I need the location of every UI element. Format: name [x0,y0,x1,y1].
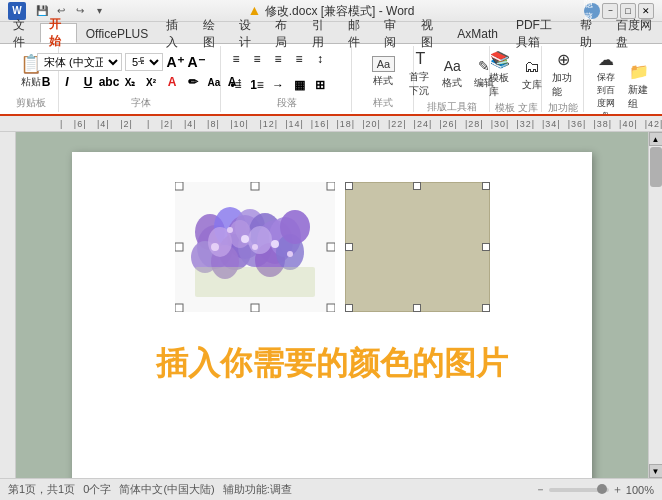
increase-font-btn[interactable]: A⁺ [166,53,184,71]
svg-point-15 [280,210,310,244]
images-container [112,182,552,312]
tab-insert[interactable]: 插入 [157,23,193,43]
handle-ml[interactable] [345,243,353,251]
strikethrough-btn[interactable]: abc [100,73,118,91]
dropcap-btn[interactable]: T 首字下沉 [405,48,435,100]
zoom-level: 100% [626,484,654,496]
border-btn[interactable]: ⊞ [311,76,329,94]
clear-format-btn[interactable]: Aa [205,73,223,91]
decrease-font-btn[interactable]: A⁻ [187,53,205,71]
addons-btn[interactable]: ⊕ 加功能 [548,48,579,101]
tab-pdf[interactable]: PDF工具箱 [507,23,571,43]
paragraph-content: ≡ ≡ ≡ ≡ ↕ •≡ 1≡ → ▦ ⊞ [227,48,347,96]
numbering-btn[interactable]: 1≡ [248,76,266,94]
svg-rect-26 [175,182,183,190]
handle-mr[interactable] [482,243,490,251]
accessibility-info[interactable]: 辅助功能:调查 [223,482,292,497]
tab-view[interactable]: 视图 [412,23,448,43]
template-lib-btn[interactable]: 📚 模板库 [485,48,515,101]
addons-content: ⊕ 加功能 [548,48,579,101]
svg-point-22 [252,244,258,250]
svg-rect-29 [175,243,183,251]
horizontal-ruler: | |6| |4| |2| | |2| |4| |8| |10| |12| |1… [0,116,662,132]
save-to-label: 保存到百度网盘 [594,71,618,116]
scroll-down-btn[interactable]: ▼ [649,464,663,478]
styles-btn[interactable]: Aa 样式 [368,54,399,90]
handle-br[interactable] [482,304,490,312]
font-color-btn[interactable]: A [163,73,181,91]
vertical-scrollbar[interactable]: ▲ ▼ [648,132,662,478]
indent-btn[interactable]: → [269,76,287,94]
tab-draw[interactable]: 绘图 [194,23,230,43]
new-group-btn[interactable]: 📁 新建组 [624,60,654,113]
save-to-baidu-btn[interactable]: ☁ 保存到百度网盘 [590,48,622,116]
zoom-bar: － ＋ 100% [535,482,654,497]
svg-rect-25 [195,267,315,297]
flower-svg [175,182,335,312]
underline-btn[interactable]: U [79,73,97,91]
svg-point-21 [241,235,249,243]
zoom-in-btn[interactable]: ＋ [612,482,623,497]
tab-mail[interactable]: 邮件 [339,23,375,43]
ribbon-content: 📋 粘贴 剪贴板 宋体 (中文正文) 5号 A⁺ A⁻ [0,44,662,116]
bullets-btn[interactable]: •≡ [227,76,245,94]
tab-officeplus[interactable]: OfficePLUS [77,23,157,43]
tab-baidu[interactable]: 百度网盘 [607,23,662,43]
paragraph-group: ≡ ≡ ≡ ≡ ↕ •≡ 1≡ → ▦ ⊞ 段落 [223,46,352,112]
document-scroll-area[interactable]: 插入你需要的颜色的图片 [16,132,648,478]
scroll-track[interactable] [649,146,663,464]
status-left: 第1页，共1页 0个字 简体中文(中国大陆) 辅助功能:调查 [8,482,292,497]
handle-bl[interactable] [345,304,353,312]
title-text: 修改.docx [兼容模式] - Word [265,4,415,18]
svg-point-19 [211,243,219,251]
font-controls: 宋体 (中文正文) 5号 A⁺ A⁻ B I U abc X₂ X² A [35,51,246,93]
tab-layout[interactable]: 布局 [266,23,302,43]
zoom-thumb[interactable] [597,484,607,494]
zoom-out-btn[interactable]: － [535,482,546,497]
tab-axmath[interactable]: AxMath [448,23,507,43]
svg-point-18 [248,226,272,254]
handle-tl[interactable] [345,182,353,190]
flower-image[interactable] [175,182,335,312]
highlight-btn[interactable]: ✏ [184,73,202,91]
line-spacing-btn[interactable]: ↕ [311,50,329,68]
color-box[interactable] [345,182,490,312]
font-row1: 宋体 (中文正文) 5号 A⁺ A⁻ [37,53,244,71]
bold-btn[interactable]: B [37,73,55,91]
font-size-select[interactable]: 5号 [125,53,163,71]
shading-btn[interactable]: ▦ [290,76,308,94]
tab-file[interactable]: 文件 [4,23,40,43]
handle-tr[interactable] [482,182,490,190]
redo-btn[interactable]: ↪ [72,4,88,18]
toolbar-group: T 首字下沉 Aa 格式 ✎ 编辑 排版工具箱 [416,46,490,112]
library-btn[interactable]: 🗂 文库 [517,56,547,94]
font-group: 宋体 (中文正文) 5号 A⁺ A⁻ B I U abc X₂ X² A [61,46,221,112]
toolbar-label: 排版工具箱 [427,100,477,114]
warning-icon: ▲ [247,2,261,18]
superscript-btn[interactable]: X² [142,73,160,91]
format-label: 格式 [442,76,462,90]
scroll-thumb[interactable] [650,147,662,187]
svg-point-24 [287,251,293,257]
align-right-btn[interactable]: ≡ [269,50,287,68]
zoom-slider[interactable] [549,488,609,492]
addons-label: 加功能 [548,101,578,115]
subscript-btn[interactable]: X₂ [121,73,139,91]
justify-btn[interactable]: ≡ [290,50,308,68]
handle-bm[interactable] [413,304,421,312]
word-count: 0个字 [83,482,111,497]
tab-references[interactable]: 引用 [303,23,339,43]
align-left-btn[interactable]: ≡ [227,50,245,68]
tab-design[interactable]: 设计 [230,23,266,43]
align-center-btn[interactable]: ≡ [248,50,266,68]
save-quick-btn[interactable]: 💾 [34,4,50,18]
handle-tm[interactable] [413,182,421,190]
format-btn[interactable]: Aa 格式 [437,56,467,92]
scroll-up-btn[interactable]: ▲ [649,132,663,146]
font-family-select[interactable]: 宋体 (中文正文) [37,53,122,71]
italic-btn[interactable]: I [58,73,76,91]
tab-home[interactable]: 开始 [40,23,76,43]
tab-review[interactable]: 审阅 [375,23,411,43]
tab-help[interactable]: 帮助 [571,23,607,43]
customize-qa-btn[interactable]: ▾ [91,4,107,18]
